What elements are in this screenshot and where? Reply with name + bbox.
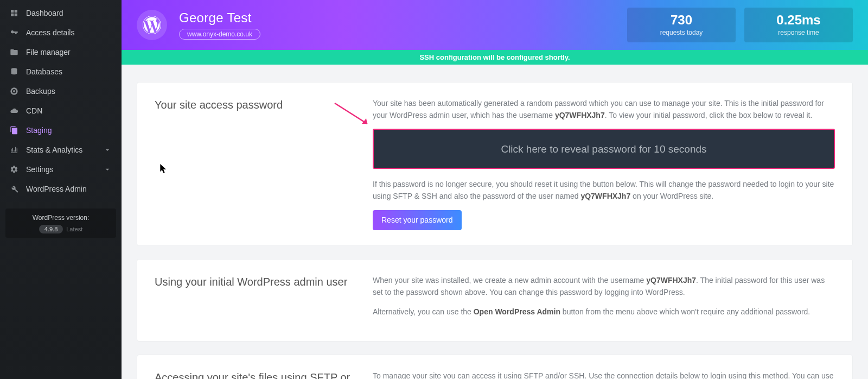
stat-value: 730 (627, 14, 736, 27)
notice-banner: SSH configuration will be configured sho… (122, 50, 868, 65)
open-wordpress-admin-text: Open WordPress Admin (474, 307, 560, 316)
sidebar-item-label: File manager (26, 48, 71, 56)
sidebar-item-staging[interactable]: Staging (0, 121, 122, 140)
sidebar-item-label: Dashboard (26, 9, 63, 17)
admin-user-card: Using your initial WordPress admin user … (137, 259, 853, 341)
life-ring-icon (10, 87, 18, 96)
stat-value: 0.25ms (744, 14, 853, 27)
wp-username: yQ7WFHXJh7 (580, 192, 630, 200)
stat-requests-today: 730 requests today (627, 8, 736, 42)
sidebar: Dashboard Access details File manager Da… (0, 0, 122, 379)
sidebar-item-stats[interactable]: Stats & Analytics (0, 140, 122, 160)
stat-response-time: 0.25ms response time (744, 8, 853, 42)
cloud-icon (10, 106, 18, 115)
stat-label: requests today (627, 29, 736, 36)
gear-icon (10, 165, 18, 174)
admin-card-heading: Using your initial WordPress admin user (155, 275, 355, 325)
chevron-down-icon (103, 146, 112, 154)
admin-paragraph-1: When your site was installed, we create … (373, 275, 835, 298)
sidebar-item-settings[interactable]: Settings (0, 160, 122, 179)
svg-marker-2 (362, 118, 367, 124)
dashboard-icon (10, 9, 18, 17)
password-card-heading: Your site access password (155, 98, 355, 230)
wp-username: yQ7WFHXJh7 (646, 276, 696, 285)
sftp-paragraph: To manage your site you can access it us… (373, 370, 835, 380)
password-card: Your site access password Your site has … (137, 82, 853, 246)
reveal-password-button[interactable]: Click here to reveal password for 10 sec… (373, 129, 835, 169)
sidebar-item-label: WordPress Admin (26, 185, 87, 193)
database-icon (10, 67, 18, 76)
wordpress-version-pill: 4.9.8 (39, 225, 63, 233)
site-url-pill[interactable]: www.onyx-demo.co.uk (179, 29, 260, 40)
wordpress-version-block: WordPress version: 4.9.8 Latest (5, 209, 116, 238)
sidebar-item-label: Staging (26, 126, 52, 135)
wordpress-version-latest: Latest (66, 226, 82, 232)
sidebar-item-label: CDN (26, 106, 42, 115)
copy-icon (10, 126, 18, 135)
password-outro: If this password is no longer secure, yo… (373, 179, 835, 202)
sidebar-item-label: Settings (26, 165, 54, 174)
sftp-card-heading: Accessing your site's files using SFTP o… (155, 370, 355, 380)
sidebar-item-label: Stats & Analytics (26, 146, 82, 154)
admin-paragraph-2: Alternatively, you can use the Open Word… (373, 306, 835, 318)
sftp-card: Accessing your site's files using SFTP o… (137, 355, 853, 380)
wrench-icon (10, 185, 18, 193)
sidebar-item-dashboard[interactable]: Dashboard (0, 3, 122, 23)
sidebar-item-access-details[interactable]: Access details (0, 23, 122, 42)
sidebar-item-file-manager[interactable]: File manager (0, 42, 122, 62)
sidebar-item-cdn[interactable]: CDN (0, 101, 122, 121)
sidebar-item-label: Access details (26, 28, 74, 37)
wordpress-logo-icon (137, 10, 167, 40)
chart-icon (10, 146, 18, 154)
main: George Test www.onyx-demo.co.uk 730 requ… (122, 0, 868, 379)
password-intro: Your site has been automatically generat… (373, 98, 835, 121)
key-icon (10, 28, 18, 37)
sidebar-item-label: Backups (26, 87, 55, 96)
folder-icon (10, 48, 18, 56)
sidebar-item-wordpress-admin[interactable]: WordPress Admin (0, 179, 122, 199)
wordpress-version-label: WordPress version: (9, 214, 113, 222)
hero: George Test www.onyx-demo.co.uk 730 requ… (122, 0, 868, 50)
site-title: George Test (179, 10, 260, 26)
reset-password-button[interactable]: Reset your password (373, 210, 462, 231)
stat-label: response time (744, 29, 853, 36)
wp-username: yQ7WFHXJh7 (555, 111, 605, 119)
chevron-down-icon (103, 165, 112, 174)
sidebar-item-label: Databases (26, 67, 62, 76)
sidebar-item-backups[interactable]: Backups (0, 81, 122, 101)
mouse-cursor-icon (160, 164, 168, 175)
sidebar-item-databases[interactable]: Databases (0, 62, 122, 81)
